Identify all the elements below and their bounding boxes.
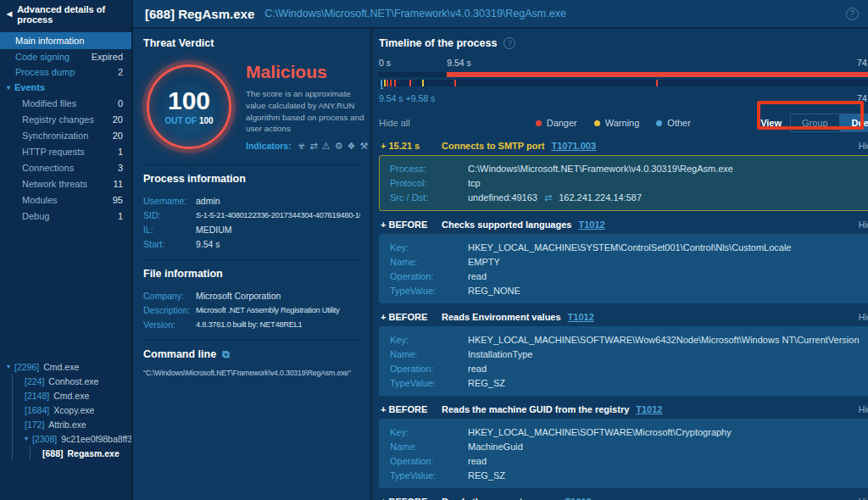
gear-icon[interactable]: ⚙ xyxy=(335,141,343,152)
process-title: [688] RegAsm.exe xyxy=(145,7,254,21)
field-label: Username: xyxy=(143,196,196,206)
sidebar-item-http-requests[interactable]: HTTP requests1 xyxy=(0,143,131,159)
process-information-section: Process information Username:admin SID:S… xyxy=(143,164,360,251)
danger-dot-icon xyxy=(536,120,542,126)
event-reads-environment: + BEFORE Reads Environment values T1012 … xyxy=(379,312,868,396)
technique-link[interactable]: T1012 xyxy=(568,312,594,322)
hide-toggle[interactable]: Hide▴ xyxy=(859,219,868,230)
pre-start-segment xyxy=(379,72,447,77)
view-label[interactable]: View xyxy=(760,118,782,128)
technique-link[interactable]: T1012 xyxy=(565,497,592,500)
sidebar-item-debug[interactable]: Debug1 xyxy=(0,208,131,224)
sidebar-item-registry-changes[interactable]: Registry changes20 xyxy=(0,111,131,127)
tree-item-cmd-2296[interactable]: ▾ [2296] Cmd.exe xyxy=(7,359,131,374)
section-title: Process information xyxy=(143,173,360,185)
chevron-down-icon: ▾ xyxy=(7,84,10,92)
timeline-overview-bar[interactable] xyxy=(379,72,868,77)
timeline-title: Timeline of the process xyxy=(379,37,497,49)
sidebar-item-modified-files[interactable]: Modified files0 xyxy=(0,95,131,111)
detail-start-label: 9.54 s xyxy=(379,93,403,103)
module-icon[interactable]: ❖ xyxy=(348,141,356,152)
process-tree: ▾ [2296] Cmd.exe [224] Conhost.exe [2148… xyxy=(0,359,131,460)
sidebar-item-network-threats[interactable]: Network threats11 xyxy=(0,175,131,192)
event-tick xyxy=(656,80,658,86)
technique-link[interactable]: T1012 xyxy=(636,404,662,414)
scale-mid-label: 9.54 s xyxy=(447,58,471,68)
tools-icon[interactable]: ⚒ xyxy=(359,141,368,152)
version-value: 4.8.3761.0 built by: NET48REL1 xyxy=(196,319,302,330)
technique-link[interactable]: T1071.003 xyxy=(551,141,596,151)
event-time: + BEFORE xyxy=(381,497,442,500)
sidebar-nav: Main information Code signing Expired Pr… xyxy=(0,29,131,224)
command-line-section: Command line ⧉ "C:\Windows\Microsoft.NET… xyxy=(143,340,360,377)
sidebar-item-synchronization[interactable]: Synchronization20 xyxy=(0,127,131,143)
tree-children: [224] Conhost.exe [2148] Cmd.exe [1684] … xyxy=(12,374,131,460)
event-title: Reads the computer name xyxy=(442,497,559,500)
sidebar-item-main-information[interactable]: Main information xyxy=(0,32,131,49)
app-window: ◀ Advanced details of process Main infor… xyxy=(0,0,868,500)
section-title: Threat Verdict xyxy=(143,37,360,49)
timeline-controls: Hide all Danger Warning Other xyxy=(379,112,868,134)
event-details-box: Key:HKEY_LOCAL_MACHINE\SOFTWARE\Microsof… xyxy=(379,419,868,488)
event-connects-smtp: + 15.21 s Connects to SMTP port T1071.00… xyxy=(379,141,868,211)
biohazard-icon[interactable]: ☣ xyxy=(298,141,306,152)
event-checks-languages: + BEFORE Checks supported languages T101… xyxy=(379,219,868,303)
help-icon[interactable]: ? xyxy=(846,8,859,20)
sidebar-item-connections[interactable]: Connections3 xyxy=(0,159,131,175)
timeline-events-bar[interactable] xyxy=(379,80,868,86)
timeline-scale: 0 s 9.54 s 74.15 s xyxy=(379,58,868,69)
transfer-icon[interactable]: ⇄ xyxy=(310,141,318,152)
chevron-down-icon: ▾ xyxy=(7,363,10,370)
code-signing-value: Expired xyxy=(92,52,123,62)
scale-end-label: 74.15 s xyxy=(857,58,868,68)
tree-item-cmd-2148[interactable]: [2148] Cmd.exe xyxy=(25,388,131,403)
sidebar-item-code-signing[interactable]: Code signing Expired xyxy=(0,49,131,64)
sid-value: S-1-5-21-4080122336-2017344304-407619480… xyxy=(196,210,360,220)
details-panel: Threat Verdict 100 OUT OF 100 Malicious … xyxy=(133,29,372,500)
legend-warning[interactable]: Warning xyxy=(594,118,640,128)
swap-arrows-icon: ⇄ xyxy=(544,192,552,203)
section-title: File information xyxy=(143,268,360,280)
event-tick xyxy=(394,80,396,86)
deep-button[interactable]: Deep xyxy=(840,114,868,132)
hide-toggle[interactable]: Hide▴ xyxy=(859,141,868,151)
threat-icon[interactable]: ⚠ xyxy=(322,141,331,152)
main-area: [688] RegAsm.exe C:\Windows\Microsoft.NE… xyxy=(131,0,868,500)
technique-link[interactable]: T1012 xyxy=(578,219,604,230)
process-lifetime-segment xyxy=(447,72,868,77)
event-time: + BEFORE xyxy=(381,404,442,414)
group-button[interactable]: Group xyxy=(790,114,840,132)
process-path[interactable]: C:\Windows\Microsoft.NET\Framework\v4.0.… xyxy=(264,8,566,19)
tree-item-conhost-224[interactable]: [224] Conhost.exe xyxy=(25,374,131,388)
company-value: Microsoft Corporation xyxy=(196,291,281,301)
sidebar-item-events[interactable]: ▾ Events xyxy=(0,80,131,95)
copy-icon[interactable]: ⧉ xyxy=(222,348,230,360)
threat-score-gauge: 100 OUT OF 100 xyxy=(147,64,231,149)
sidebar: ◀ Advanced details of process Main infor… xyxy=(0,0,131,500)
legend-other[interactable]: Other xyxy=(656,118,691,128)
hide-toggle[interactable]: Hide▴ xyxy=(859,497,868,500)
sidebar-header[interactable]: ◀ Advanced details of process xyxy=(0,0,131,29)
hide-all-button[interactable]: Hide all xyxy=(379,118,410,128)
tree-children: [688] Regasm.exe xyxy=(30,446,131,460)
sidebar-item-modules[interactable]: Modules95 xyxy=(0,192,131,208)
hide-toggle[interactable]: Hide▴ xyxy=(859,312,868,322)
event-tick xyxy=(454,80,456,86)
chevron-down-icon: ▾ xyxy=(25,435,28,442)
sidebar-item-process-dump[interactable]: Process dump 2 xyxy=(0,64,131,80)
legend-danger[interactable]: Danger xyxy=(536,118,577,128)
tree-item-attrib-172[interactable]: [172] Attrib.exe xyxy=(25,417,131,431)
event-title: Reads the machine GUID from the registry xyxy=(442,404,629,414)
tree-item-9c21ee-2308[interactable]: ▾ [2308] 9c21ee0f98ba8ff396a2c3... xyxy=(25,431,131,446)
tree-item-regasm-688[interactable]: [688] Regasm.exe xyxy=(42,446,131,460)
event-details-box: Key:HKEY_LOCAL_MACHINE\SOFTWARE\Wow6432N… xyxy=(379,326,868,396)
process-dump-count: 2 xyxy=(118,67,123,77)
help-icon[interactable]: ? xyxy=(504,37,515,49)
event-details-box: Process:C:\Windows\Microsoft.NET\Framewo… xyxy=(379,155,868,211)
tree-item-xcopy-1684[interactable]: [1684] Xcopy.exe xyxy=(25,403,131,417)
scale-start-label: 0 s xyxy=(379,58,391,68)
event-tick xyxy=(409,80,411,86)
position-marker-icon[interactable]: ▲ xyxy=(380,85,385,90)
hide-toggle[interactable]: Hide▴ xyxy=(859,404,868,414)
command-line-value: "C:\Windows\Microsoft.NET\Framework\v4.0… xyxy=(143,369,360,377)
